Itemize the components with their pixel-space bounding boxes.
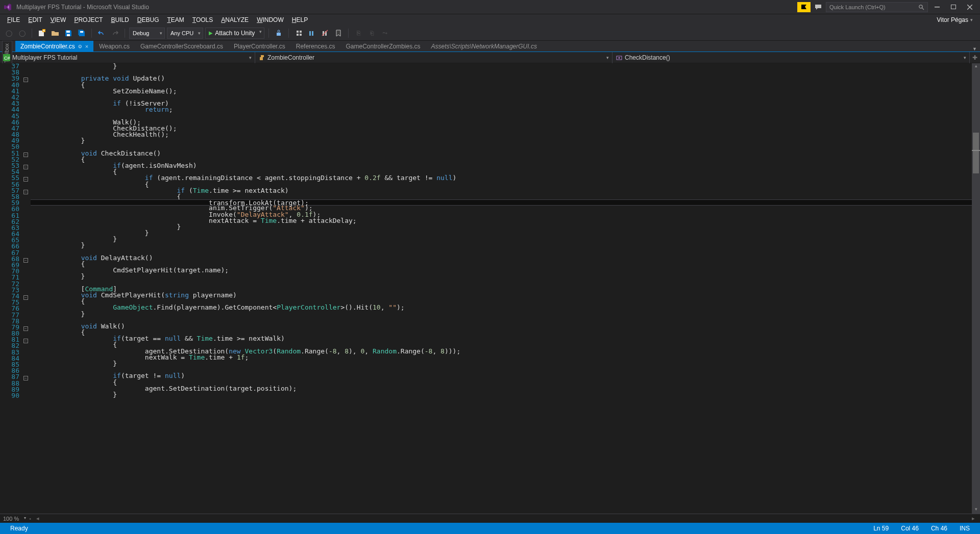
title-bar: Multiplayer FPS Tutorial - Microsoft Vis… bbox=[0, 0, 980, 14]
svg-text:C#: C# bbox=[4, 56, 10, 61]
class-icon bbox=[258, 54, 265, 61]
uncomment-button[interactable] bbox=[320, 28, 331, 39]
code-content[interactable]: } private void Update() { SetZombieName(… bbox=[31, 63, 980, 514]
hscroll-right[interactable]: ▸ bbox=[970, 515, 977, 522]
menu-analyze[interactable]: ANALYZE bbox=[217, 15, 253, 24]
menu-window[interactable]: WINDOW bbox=[253, 15, 288, 24]
status-bar: Ready Ln 59 Col 46 Ch 46 INS bbox=[0, 523, 980, 534]
doc-tab[interactable]: GameControllerZombies.cs bbox=[340, 41, 425, 52]
svg-point-0 bbox=[919, 5, 922, 8]
chevron-down-icon: ▾ bbox=[970, 17, 973, 22]
nav-class-dropdown[interactable]: ZombieController bbox=[255, 52, 612, 63]
tab-label: ZombieController.cs bbox=[20, 43, 75, 50]
tabs-overflow-button[interactable]: ▼ bbox=[972, 46, 977, 52]
doc-tab[interactable]: GameControllerScoreboard.cs bbox=[135, 41, 228, 52]
status-line: Ln 59 bbox=[867, 525, 895, 532]
menu-bar: FILEEDITVIEWPROJECTBUILDDEBUGTEAMTOOLSAN… bbox=[0, 14, 980, 26]
doc-tab[interactable]: PlayerController.cs bbox=[229, 41, 290, 52]
start-debug-button[interactable]: ▶ Attach to Unity bbox=[205, 28, 264, 39]
toolbar-separator bbox=[348, 29, 349, 38]
svg-rect-12 bbox=[80, 31, 83, 33]
tb-extra-3[interactable]: ⤳ bbox=[379, 28, 390, 39]
split-editor-button[interactable]: ✚ bbox=[970, 54, 980, 61]
browser-link-button[interactable] bbox=[273, 28, 284, 39]
doc-tab[interactable]: Assets\Scripts\NetworkManagerGUI.cs bbox=[426, 41, 542, 52]
menu-help[interactable]: HELP bbox=[288, 15, 312, 24]
svg-line-1 bbox=[922, 8, 924, 10]
svg-rect-11 bbox=[67, 34, 70, 36]
standard-toolbar: ◯ ◯ Debug Any CPU ▶ Attach to Unity ⎘ ⎗ … bbox=[0, 26, 980, 41]
window-title: Multiplayer FPS Tutorial - Microsoft Vis… bbox=[16, 4, 149, 11]
menu-project[interactable]: PROJECT bbox=[70, 15, 107, 24]
scrollbar-thumb[interactable] bbox=[973, 133, 979, 173]
save-all-button[interactable] bbox=[76, 28, 87, 39]
nav-back-button[interactable]: ◯ bbox=[3, 28, 14, 39]
user-account-menu[interactable]: Vitor Pégas ▾ bbox=[933, 15, 977, 24]
start-debug-label: Attach to Unity bbox=[215, 30, 255, 37]
zoom-dropdown[interactable]: 100 % bbox=[3, 516, 26, 522]
hscroll-left[interactable]: ◂ bbox=[34, 515, 41, 522]
tb-extra-1[interactable]: ⎘ bbox=[353, 28, 364, 39]
bullet-icon: • bbox=[29, 516, 31, 522]
status-ready: Ready bbox=[4, 525, 34, 532]
undo-button[interactable] bbox=[96, 28, 107, 39]
feedback-icon[interactable] bbox=[813, 2, 824, 12]
menu-build[interactable]: BUILD bbox=[107, 15, 133, 24]
svg-point-22 bbox=[619, 57, 620, 59]
doc-tab[interactable]: Weapon.cs bbox=[94, 41, 135, 52]
svg-rect-3 bbox=[951, 5, 956, 9]
toolbar-separator bbox=[268, 29, 269, 38]
redo-button[interactable] bbox=[109, 28, 120, 39]
menu-debug[interactable]: DEBUG bbox=[133, 15, 163, 24]
status-ins: INS bbox=[953, 525, 976, 532]
status-char: Ch 46 bbox=[925, 525, 953, 532]
solution-platform-dropdown[interactable]: Any CPU bbox=[167, 28, 203, 39]
nav-project-dropdown[interactable]: C# Multiplayer FPS Tutorial bbox=[0, 52, 255, 63]
toolbar-separator bbox=[125, 29, 125, 38]
menu-team[interactable]: TEAM bbox=[163, 15, 188, 24]
close-icon[interactable]: × bbox=[85, 43, 88, 49]
comment-button[interactable] bbox=[306, 28, 317, 39]
bookmark-button[interactable] bbox=[333, 28, 344, 39]
tb-extra-2[interactable]: ⎗ bbox=[366, 28, 377, 39]
tab-label: PlayerController.cs bbox=[234, 43, 285, 50]
code-editor[interactable]: 3738394041424344454647484950515253545556… bbox=[0, 63, 980, 514]
tab-label: GameControllerScoreboard.cs bbox=[140, 43, 223, 50]
close-button[interactable] bbox=[963, 2, 977, 12]
notification-flag-icon[interactable] bbox=[797, 2, 811, 12]
svg-rect-15 bbox=[312, 31, 313, 36]
tab-label: GameControllerZombies.cs bbox=[346, 43, 420, 50]
outline-fold-gutter[interactable]: −−−−−−−−−− bbox=[23, 63, 31, 514]
menu-file[interactable]: FILE bbox=[3, 15, 24, 24]
quick-launch-placeholder: Quick Launch (Ctrl+Q) bbox=[829, 4, 886, 10]
open-file-button[interactable] bbox=[50, 28, 61, 39]
menu-tools[interactable]: TOOLS bbox=[188, 15, 217, 24]
code-nav-bar: C# Multiplayer FPS Tutorial ZombieContro… bbox=[0, 52, 980, 63]
user-name-label: Vitor Pégas bbox=[937, 16, 968, 23]
quick-launch-input[interactable]: Quick Launch (Ctrl+Q) bbox=[826, 2, 928, 12]
minimize-button[interactable] bbox=[930, 2, 944, 12]
tab-label: References.cs bbox=[296, 43, 335, 50]
doc-tab[interactable]: ZombieController.cs ⊙ × bbox=[15, 41, 93, 52]
editor-zoom-bar: 100 % • ◂ ▸ bbox=[0, 514, 980, 523]
maximize-button[interactable] bbox=[946, 2, 961, 12]
svg-rect-2 bbox=[935, 7, 940, 8]
nav-forward-button[interactable]: ◯ bbox=[16, 28, 28, 39]
nav-member-dropdown[interactable]: CheckDistance() bbox=[612, 52, 970, 63]
doc-tab[interactable]: References.cs bbox=[291, 41, 340, 52]
menu-view[interactable]: VIEW bbox=[46, 15, 70, 24]
csharp-project-icon: C# bbox=[3, 54, 10, 61]
solution-config-dropdown[interactable]: Debug bbox=[129, 28, 165, 39]
document-tab-strip: Toolbox ZombieController.cs ⊙ ×Weapon.cs… bbox=[0, 41, 980, 52]
toolbar-separator bbox=[288, 29, 289, 38]
tab-label: Assets\Scripts\NetworkManagerGUI.cs bbox=[431, 43, 537, 50]
pin-icon[interactable]: ⊙ bbox=[78, 44, 82, 49]
save-button[interactable] bbox=[63, 28, 74, 39]
status-column: Col 46 bbox=[895, 525, 925, 532]
new-project-button[interactable] bbox=[36, 28, 47, 39]
toolbar-separator bbox=[32, 29, 32, 38]
step-into-button[interactable] bbox=[293, 28, 304, 39]
menu-edit[interactable]: EDIT bbox=[24, 15, 46, 24]
play-icon: ▶ bbox=[209, 30, 213, 36]
vertical-scrollbar[interactable]: ▴ ▾ bbox=[972, 63, 980, 514]
